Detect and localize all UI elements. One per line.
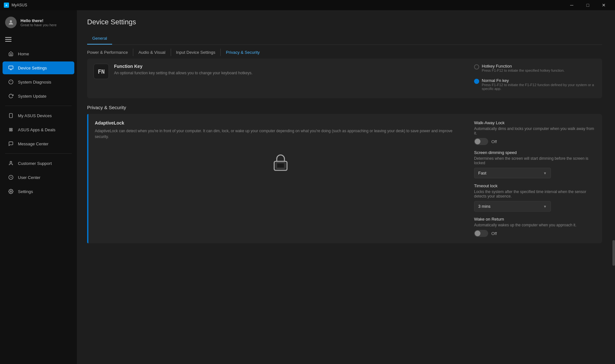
wake-on-return-toggle[interactable] <box>474 230 488 237</box>
wake-on-return-desc: Automatically wakes up the computer when… <box>474 223 596 227</box>
privacy-left: AdaptiveLock AdaptiveLock can detect whe… <box>95 120 466 237</box>
svg-point-15 <box>10 191 12 192</box>
wake-on-return-label: Wake on Return <box>474 217 596 222</box>
app-title: MyASUS <box>12 3 27 7</box>
system-diagnosis-icon <box>8 79 14 85</box>
fn-radio-normal[interactable] <box>474 79 479 84</box>
sidebar-item-system-update[interactable]: System Update <box>3 90 74 102</box>
minimize-button[interactable]: ─ <box>564 0 579 10</box>
sidebar-item-settings[interactable]: Settings <box>3 185 74 198</box>
hamburger-icon[interactable] <box>5 37 12 42</box>
sidebar-item-home-label: Home <box>18 52 29 56</box>
message-center-icon <box>8 141 14 147</box>
screen-dimming-speed-label: Screen dimming speed <box>474 150 596 155</box>
privacy-section-card: AdaptiveLock AdaptiveLock can detect whe… <box>87 114 602 243</box>
sidebar-item-message-center[interactable]: Message Center <box>3 137 74 150</box>
svg-rect-1 <box>9 66 13 69</box>
sidebar-item-device-settings[interactable]: Device Settings <box>3 61 74 74</box>
close-button[interactable]: ✕ <box>596 0 611 10</box>
scrollbar-thumb[interactable] <box>612 240 615 266</box>
sub-nav-privacy-security[interactable]: Privacy & Security <box>221 49 265 56</box>
app-logo: A <box>4 3 9 8</box>
fn-option-hotkey-text: Hotkey Function Press F1-F12 to initiate… <box>482 64 565 72</box>
timeout-lock-dropdown-arrow: ▼ <box>543 205 547 208</box>
privacy-security-header: Privacy & Security <box>87 105 602 110</box>
sidebar-item-customer-support[interactable]: Customer Support <box>3 157 74 170</box>
user-center-icon <box>8 174 14 181</box>
sidebar-item-my-asus-devices[interactable]: My ASUS Devices <box>3 109 74 122</box>
title-bar: A MyASUS ─ □ ✕ <box>0 0 615 10</box>
sidebar-item-my-asus-devices-label: My ASUS Devices <box>18 113 52 118</box>
timeout-lock-label: Timeout lock <box>474 183 596 188</box>
screen-dimming-speed-value: Fast <box>478 171 486 175</box>
walk-away-lock-toggle-row: Off <box>474 138 596 145</box>
sidebar-item-user-center-label: User Center <box>18 175 40 180</box>
fn-text-area: Function Key An optional function key se… <box>114 64 469 76</box>
sidebar-item-message-center-label: Message Center <box>18 142 48 146</box>
fn-normal-label: Normal Fn key <box>482 78 596 83</box>
timeout-lock-dropdown[interactable]: 3 mins ▼ <box>474 201 551 212</box>
wake-on-return-toggle-row: Off <box>474 230 596 237</box>
nav-divider-1 <box>5 106 72 106</box>
title-bar-controls: ─ □ ✕ <box>564 0 611 10</box>
svg-point-13 <box>10 161 12 163</box>
screen-dimming-speed-control: Screen dimming speed Determines when the… <box>474 150 596 178</box>
sidebar-hamburger-area[interactable] <box>0 35 77 44</box>
sidebar-user: Hello there! Great to have you here <box>0 10 77 35</box>
walk-away-lock-toggle[interactable] <box>474 138 488 145</box>
avatar <box>5 17 17 28</box>
fn-normal-desc: Press F1-F12 to initiate the F1-F12 func… <box>482 83 596 91</box>
sidebar-item-asus-apps-deals[interactable]: ASUS Apps & Deals <box>3 123 74 136</box>
sub-nav: Power & Performance Audio & Visual Input… <box>87 45 602 56</box>
screen-dimming-speed-dropdown-arrow: ▼ <box>543 171 547 175</box>
system-update-icon <box>8 93 14 99</box>
privacy-content: AdaptiveLock AdaptiveLock can detect whe… <box>88 114 602 243</box>
screen-dimming-speed-dropdown[interactable]: Fast ▼ <box>474 168 551 178</box>
svg-point-9 <box>9 128 11 129</box>
sidebar-item-system-diagnosis[interactable]: System Diagnosis <box>3 76 74 88</box>
timeout-lock-value: 3 mins <box>478 204 490 209</box>
settings-icon <box>8 188 14 195</box>
nav-divider-2 <box>5 153 72 154</box>
sub-nav-power-performance[interactable]: Power & Performance <box>87 49 133 56</box>
sidebar: Hello there! Great to have you here Home… <box>0 10 77 364</box>
customer-support-icon <box>8 160 14 166</box>
fn-option-hotkey[interactable]: Hotkey Function Press F1-F12 to initiate… <box>474 64 596 72</box>
sidebar-item-asus-apps-deals-label: ASUS Apps & Deals <box>18 127 55 132</box>
fn-option-normal[interactable]: Normal Fn key Press F1-F12 to initiate t… <box>474 78 596 91</box>
tab-general[interactable]: General <box>87 33 112 44</box>
sub-nav-input-device-settings[interactable]: Input Device Settings <box>171 49 221 56</box>
timeout-lock-control: Timeout lock Locks the system after the … <box>474 183 596 212</box>
tabs-container: General <box>87 33 602 45</box>
sidebar-item-home[interactable]: Home <box>3 47 74 60</box>
svg-point-11 <box>9 130 11 131</box>
lock-icon-area <box>95 150 466 175</box>
user-info: Hello there! Great to have you here <box>20 18 57 27</box>
maximize-button[interactable]: □ <box>580 0 595 10</box>
svg-point-0 <box>10 20 12 22</box>
fn-controls: Hotkey Function Press F1-F12 to initiate… <box>474 64 596 93</box>
scrollbar-track[interactable] <box>612 10 615 364</box>
app-body: Hello there! Great to have you here Home… <box>0 10 615 364</box>
title-bar-left: A MyASUS <box>4 3 27 8</box>
device-settings-icon <box>8 65 14 71</box>
walk-away-lock-control: Walk-Away Lock Automatically dims and lo… <box>474 120 596 145</box>
adaptive-lock-description: AdaptiveLock can detect when you're in f… <box>95 128 466 140</box>
sidebar-item-customer-support-label: Customer Support <box>18 161 52 166</box>
fn-title: Function Key <box>114 64 469 69</box>
asus-apps-deals-icon <box>8 126 14 133</box>
fn-radio-hotkey[interactable] <box>474 64 479 69</box>
wake-on-return-toggle-label: Off <box>491 231 497 236</box>
main-content: Device Settings General Power & Performa… <box>77 10 612 364</box>
svg-point-10 <box>11 128 12 129</box>
page-title: Device Settings <box>87 18 602 26</box>
sub-nav-audio-visual[interactable]: Audio & Visual <box>133 49 171 56</box>
wake-on-return-control: Wake on Return Automatically wakes up th… <box>474 217 596 237</box>
fn-description: An optional function key setting that al… <box>114 70 469 76</box>
sidebar-item-user-center[interactable]: User Center <box>3 171 74 184</box>
privacy-right: Walk-Away Lock Automatically dims and lo… <box>474 120 596 237</box>
adaptive-lock-title: AdaptiveLock <box>95 120 466 125</box>
sidebar-item-system-diagnosis-label: System Diagnosis <box>18 80 51 85</box>
timeout-lock-desc: Locks the system after the specified tim… <box>474 190 596 198</box>
walk-away-lock-desc: Automatically dims and locks your comput… <box>474 126 596 135</box>
